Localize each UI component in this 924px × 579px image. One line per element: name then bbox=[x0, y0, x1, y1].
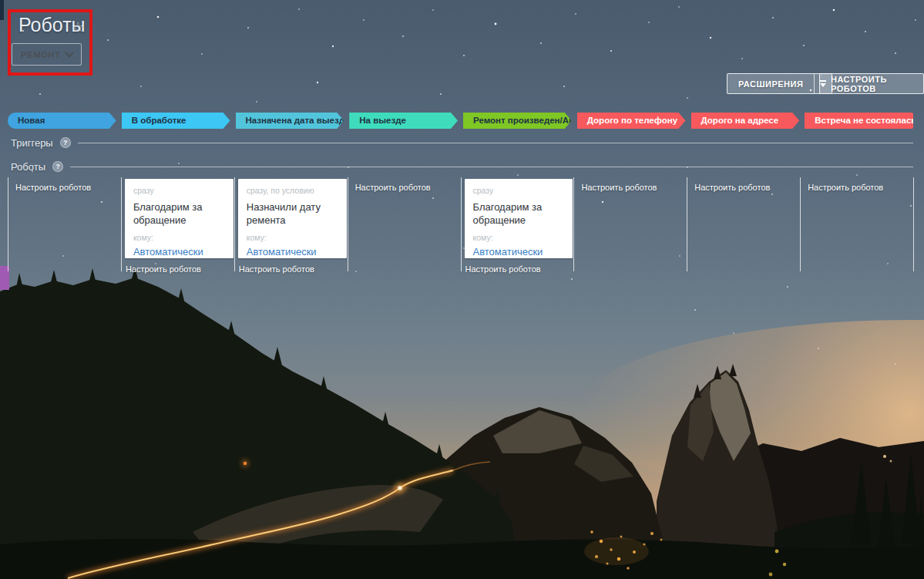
robot-title: Назначили дату ремента bbox=[247, 200, 338, 227]
stage-dorogo-na-adrese[interactable]: Дорого на адресе bbox=[691, 113, 800, 129]
configure-robots-link[interactable]: Настроить роботов bbox=[694, 183, 770, 192]
robot-column-6: Настроить роботов bbox=[573, 177, 687, 271]
section-divider bbox=[78, 143, 913, 143]
funnel-selector-label: РЕМОНТ bbox=[21, 50, 61, 59]
triggers-help-icon[interactable]: ? bbox=[60, 137, 71, 148]
robot-column-2: сразу Благодарим за обращение кому: Авто… bbox=[121, 177, 234, 271]
robot-card[interactable]: сразу Благодарим за обращение кому: Авто… bbox=[125, 179, 234, 258]
favorite-star-icon[interactable]: ☆ bbox=[72, 19, 84, 35]
robots-board: Настроить роботов сразу Благодарим за об… bbox=[8, 177, 914, 271]
menu-edge-fragment bbox=[0, 0, 4, 20]
configure-robots-link[interactable]: Настроить роботов bbox=[581, 183, 657, 192]
robot-recipient-label: кому: bbox=[473, 233, 565, 242]
extensions-button[interactable]: РАСШИРЕНИЯ bbox=[727, 73, 832, 94]
configure-robots-link[interactable]: Настроить роботов bbox=[465, 264, 541, 274]
robots-section-header: Роботы ? bbox=[11, 160, 913, 173]
configure-robots-link[interactable]: Настроить роботов bbox=[808, 183, 883, 192]
robot-column-5: сразу Благодарим за обращение кому: Авто… bbox=[461, 177, 574, 271]
configure-robots-button[interactable]: НАСТРОИТЬ РОБОТОВ bbox=[819, 73, 924, 94]
robot-timing-label: сразу bbox=[473, 186, 565, 195]
funnel-selector-button[interactable]: РЕМОНТ bbox=[12, 43, 82, 66]
configure-robots-link[interactable]: Настроить роботов bbox=[355, 183, 431, 192]
triggers-section-label: Триггеры bbox=[11, 137, 53, 149]
robot-card[interactable]: сразу, по условию Назначили дату ремента… bbox=[238, 179, 347, 258]
stage-dorogo-po-telefonu[interactable]: Дорого по телефону bbox=[577, 113, 686, 129]
robot-timing-label: сразу, по условию bbox=[247, 186, 338, 195]
robots-settings-screen: Роботы ☆ РЕМОНТ РАСШИРЕНИЯ НАСТРОИТЬ РОБ… bbox=[0, 0, 924, 579]
robot-column-8: Настроить роботов bbox=[800, 177, 913, 271]
chevron-down-icon bbox=[65, 49, 73, 57]
stage-naznachena-data[interactable]: Назначена дата выезда bbox=[236, 113, 344, 129]
robot-recipient-link[interactable]: Автоматически bbox=[473, 246, 565, 258]
robot-column-3: сразу, по условию Назначили дату ремента… bbox=[234, 177, 348, 271]
robot-title: Благодарим за обращение bbox=[473, 200, 565, 227]
configure-robots-link[interactable]: Настроить роботов bbox=[239, 264, 314, 274]
stage-remont-proizveden[interactable]: Ремонт произведен/Акт bbox=[463, 113, 572, 129]
robot-column-7: Настроить роботов bbox=[687, 177, 800, 271]
triggers-section-header: Триггеры ? bbox=[11, 136, 913, 149]
robot-title: Благодарим за обращение bbox=[133, 200, 225, 227]
extensions-button-label: РАСШИРЕНИЯ bbox=[727, 79, 814, 89]
robots-section-label: Роботы bbox=[11, 161, 45, 173]
robot-card[interactable]: сразу Благодарим за обращение кому: Авто… bbox=[465, 179, 573, 258]
stage-v-obrabotke[interactable]: В обработке bbox=[122, 113, 230, 129]
robot-recipient-label: кому: bbox=[133, 233, 225, 242]
pipeline-stage-bar: Новая В обработке Назначена дата выезда … bbox=[8, 113, 913, 129]
robot-recipient-link[interactable]: Автоматически bbox=[133, 246, 225, 258]
configure-robots-link[interactable]: Настроить роботов bbox=[126, 264, 201, 274]
stage-na-vyezde[interactable]: На выезде bbox=[349, 113, 458, 129]
robots-help-icon[interactable]: ? bbox=[52, 161, 63, 172]
stage-novaya[interactable]: Новая bbox=[8, 113, 116, 129]
configure-robots-link[interactable]: Настроить роботов bbox=[15, 183, 91, 192]
robot-timing-label: сразу bbox=[133, 186, 225, 195]
robot-recipient-link[interactable]: Автоматически bbox=[247, 246, 338, 258]
robot-column-1: Настроить роботов bbox=[8, 177, 121, 271]
robot-recipient-label: кому: bbox=[247, 233, 338, 242]
robot-column-4: Настроить роботов bbox=[348, 177, 461, 271]
stage-vstrecha-ne-sostoyalas[interactable]: Встреча не состоялась bbox=[805, 113, 913, 129]
section-divider bbox=[70, 167, 913, 167]
